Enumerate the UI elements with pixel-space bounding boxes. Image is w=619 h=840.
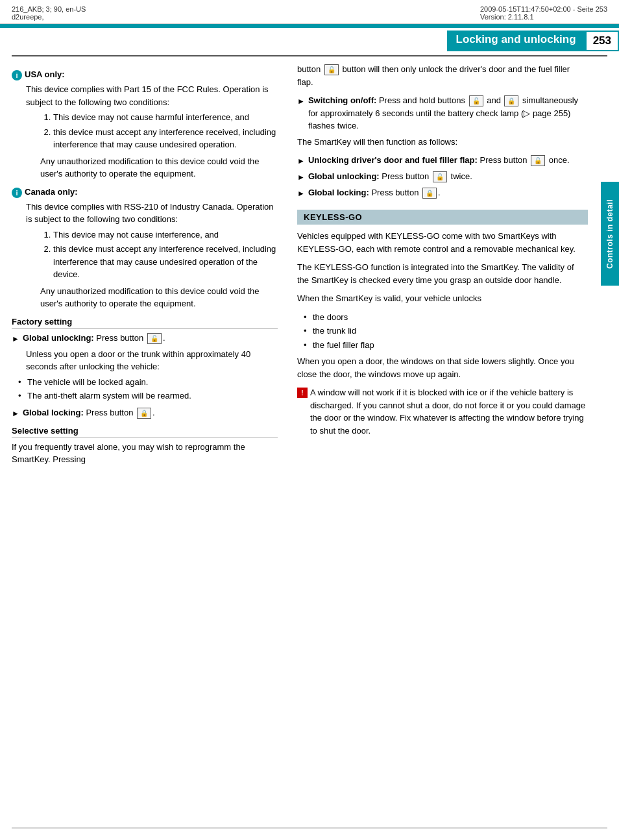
top-divider [12,55,607,56]
arrow-icon-2: ► [12,408,19,419]
usa-note: Any unauthorized modification to this de… [40,155,278,180]
keyless-go-box: KEYLESS-GO [297,210,588,225]
canada-items-list: This device may not cause interference, … [53,229,278,281]
right-column: button 🔓 button will then only unlock th… [291,63,607,469]
header-right-bottom: Version: 2.11.8.1 [480,13,607,21]
factory-setting-heading: Factory setting [12,317,278,329]
canada-item-2: this device must accept any interference… [53,243,278,281]
keyless-go-para1: Vehicles equipped with KEYLESS-GO come w… [297,230,588,256]
header-left: 216_AKB; 3; 90, en-US d2ureepe, [12,5,86,21]
keyless-go-para3: When the SmartKey is valid, your vehicle… [297,292,588,305]
selective-setting-text: If you frequently travel alone, you may … [12,441,278,466]
factory-global-unlocking: ► Global unlocking: Press button 🔓. [12,332,278,345]
header-right-top: 2009-05-15T11:47:50+02:00 - Seite 253 [480,5,607,13]
arrow-icon-switch: ► [297,95,305,107]
unlock-button-icon-1: 🔓 [147,333,162,344]
usa-section-header: i USA only: [12,69,278,80]
canada-section-header: i Canada only: [12,187,278,198]
bottom-divider [12,828,607,828]
usa-heading: USA only: [25,69,65,79]
header-left-bottom: d2ureepe, [12,13,86,21]
global-lock-btn: 🔒 [422,188,437,199]
canada-info-icon: i [12,188,22,198]
usa-items-list: This device may not cause harmful interf… [53,111,278,151]
lock-button-icon-1: 🔒 [137,408,151,419]
keyless-bullet-2: the trunk lid [304,325,588,338]
factory-unless-text: Unless you open a door or the trunk with… [26,348,278,373]
keyless-go-para4: When you open a door, the windows on tha… [297,355,588,381]
unlocking-filler: ► Unlocking driver's door and fuel fille… [297,154,588,167]
right-global-unlocking: ► Global unlocking: Press button 🔓 twice… [297,170,588,183]
canada-item-1: This device may not cause interference, … [53,229,278,241]
main-content: i USA only: This device complies with Pa… [0,63,619,469]
factory-global-unlocking-text: Global unlocking: Press button 🔓. [23,332,165,345]
switching-text: Switching on/off: Press and hold buttons… [308,94,588,132]
canada-heading: Canada only: [25,187,78,197]
arrow-icon-global-unlock: ► [297,171,305,183]
arrow-icon-1: ► [12,333,19,345]
keyless-go-section: KEYLESS-GO Vehicles equipped with KEYLES… [297,210,588,437]
keyless-go-bullets: the doors the trunk lid the fuel filler … [304,311,588,352]
selective-setting-section: Selective setting If you frequently trav… [12,426,278,466]
arrow-icon-global-lock: ► [297,188,305,199]
unlocking-filler-text: Unlocking driver's door and fuel filler … [308,154,570,167]
switching-and: and [487,95,503,105]
factory-global-locking-text: Global locking: Press button 🔒. [23,406,155,419]
header-left-top: 216_AKB; 3; 90, en-US [12,5,86,13]
right-intro-text: button 🔓 button will then only unlock th… [297,63,588,89]
right-global-locking: ► Global locking: Press button 🔒. [297,186,588,199]
unlock-filler-btn: 🔓 [531,155,545,166]
warning-text: A window will not work if it is blocked … [310,386,588,437]
switching-on-off: ► Switching on/off: Press and hold butto… [297,94,588,132]
selective-setting-heading: Selective setting [12,426,278,438]
keyless-go-para2: The KEYLESS-GO function is integrated in… [297,261,588,287]
arrow-icon-unlock: ► [297,155,305,167]
canada-intro: This device complies with RSS-210 of Ind… [26,201,278,310]
btn-icon-intro: 🔓 [324,64,339,75]
header-right: 2009-05-15T11:47:50+02:00 - Seite 253 Ve… [480,5,607,21]
smartkey-text: The SmartKey will then function as follo… [297,136,588,149]
factory-bullet-1: The vehicle will be locked again. [18,376,278,389]
factory-bullets: The vehicle will be locked again. The an… [18,376,278,402]
usa-info-icon: i [12,70,22,80]
factory-global-locking: ► Global locking: Press button 🔒. [12,406,278,419]
page-number: 253 [585,31,619,51]
usa-intro: This device complies with Part 15 of the… [26,83,278,180]
warning-block: ! A window will not work if it is blocke… [297,386,588,437]
global-unlock-btn: 🔓 [433,171,447,182]
factory-setting-section: Factory setting ► Global unlocking: Pres… [12,317,278,419]
page-header: 216_AKB; 3; 90, en-US d2ureepe, 2009-05-… [0,0,619,24]
factory-bullet-2: The anti-theft alarm system will be rear… [18,389,278,402]
left-column: i USA only: This device complies with Pa… [12,63,291,469]
canada-note: Any unauthorized modification to this de… [40,285,278,310]
keyless-bullet-3: the fuel filler flap [304,339,588,352]
right-global-unlocking-text: Global unlocking: Press button 🔓 twice. [308,170,472,183]
switch-btn-2: 🔒 [504,95,518,106]
warning-icon: ! [297,388,308,398]
right-global-locking-text: Global locking: Press button 🔒. [308,186,441,199]
keyless-bullet-1: the doors [304,311,588,324]
sidebar-label: Controls in detail [601,182,619,286]
switch-btn-1: 🔓 [469,95,483,106]
chapter-title: Locking and unlocking [447,31,585,51]
usa-item-2: this device must accept any interference… [53,126,278,151]
usa-item-1: This device may not cause harmful interf… [53,111,278,124]
